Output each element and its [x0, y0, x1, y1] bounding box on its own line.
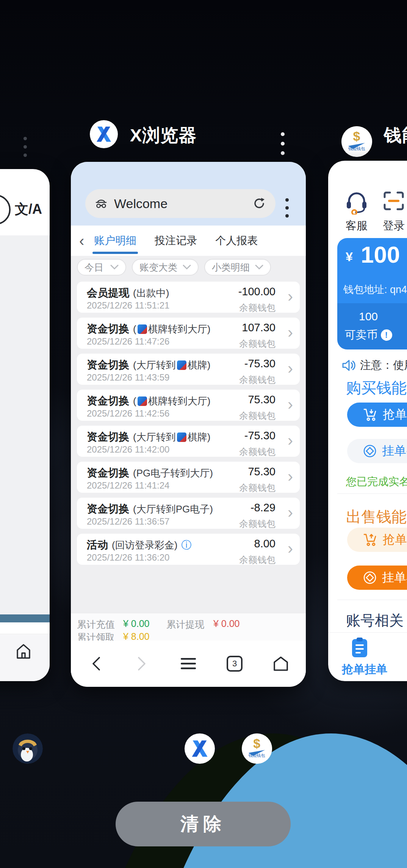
- diamond-circle-icon: [363, 571, 377, 584]
- address-bar-text: Welcome: [114, 196, 252, 211]
- chevron-right-icon: ›: [288, 360, 293, 376]
- ky-qipai-logo-icon: [138, 324, 147, 334]
- transaction-row[interactable]: 会员提现 (出款中) 2025/12/26 11:51:21 -100.00 余…: [77, 282, 300, 313]
- scan-login-icon: [382, 190, 406, 215]
- transaction-wallet-label: 余额钱包: [239, 554, 276, 566]
- transaction-amount: -100.00: [238, 285, 276, 298]
- nav-forward-button[interactable]: [130, 652, 154, 676]
- order-clipboard-icon[interactable]: [351, 637, 369, 660]
- wallet-app-card[interactable]: 客服 登录 ¥ 100 钱包地址: qn46cb 100 可卖币!: [328, 161, 407, 681]
- transaction-wallet-label: 余额钱包: [239, 338, 276, 350]
- login-button[interactable]: 登录: [377, 190, 407, 233]
- browser-app-card[interactable]: Welcome ‹ 账户明细 投注记录 个人报表 今日: [71, 162, 306, 687]
- refresh-icon[interactable]: [252, 196, 266, 211]
- grab-sell-button[interactable]: 抢单卖: [347, 528, 407, 552]
- transaction-amount: 75.30: [239, 393, 276, 406]
- transaction-row[interactable]: 资金切换 (大厅转到棋牌) 2025/12/26 11:42:00 -75.30…: [77, 426, 300, 457]
- app-icon-wallet[interactable]: $ 钱能钱包: [242, 733, 272, 764]
- nav-tabs-button[interactable]: 3: [222, 652, 247, 676]
- cart-down-icon: [363, 408, 377, 421]
- transaction-row[interactable]: 资金切换 (棋牌转到大厅) 2025/12/26 11:47:26 107.30…: [77, 318, 300, 349]
- transaction-title: 会员提现: [87, 286, 129, 300]
- browser-toolbar: Welcome: [71, 162, 306, 226]
- filter-date-dropdown[interactable]: 今日: [77, 259, 126, 276]
- transaction-subtitle: (棋牌转到大厅): [133, 323, 210, 336]
- transaction-subtitle: (大厅转到棋牌): [133, 431, 210, 444]
- post-buy-button[interactable]: 挂单买: [347, 439, 407, 463]
- x-browser-app-icon[interactable]: [90, 120, 118, 148]
- post-sell-button[interactable]: 挂单卖: [347, 566, 407, 590]
- transaction-subtitle: (大厅转到棋牌): [133, 359, 210, 372]
- page-back-icon[interactable]: ‹: [79, 233, 84, 248]
- customer-service-button[interactable]: 客服: [340, 190, 374, 233]
- transaction-row[interactable]: 资金切换 (大厅转到PG电子) 2025/12/26 11:36:57 -8.2…: [77, 498, 300, 529]
- transaction-row[interactable]: 资金切换 (大厅转到棋牌) 2025/12/26 11:43:59 -75.30…: [77, 354, 300, 385]
- account-section-title: 账号相关: [346, 611, 404, 630]
- browser-nav-bar: 3: [71, 641, 306, 687]
- transaction-subtitle: (棋牌转到大厅): [133, 395, 210, 408]
- currency-symbol: ¥: [346, 249, 353, 264]
- page-tab-bar: ‹ 账户明细 投注记录 个人报表: [71, 226, 306, 256]
- transaction-amount: 107.30: [239, 321, 276, 334]
- svg-text:钱能钱包: 钱能钱包: [348, 146, 365, 151]
- circle-avatar-outline: [0, 194, 11, 225]
- svg-text:$: $: [353, 129, 360, 143]
- svg-text:钱能钱包: 钱能钱包: [248, 753, 266, 758]
- left-card-content: [0, 235, 50, 614]
- transaction-title: 资金切换: [87, 430, 129, 444]
- exclamation-icon[interactable]: !: [381, 329, 392, 341]
- center-app-title: X浏览器: [130, 124, 197, 147]
- transaction-amount: -8.29: [239, 501, 276, 514]
- home-icon[interactable]: [15, 643, 32, 661]
- tab-personal-report[interactable]: 个人报表: [215, 227, 258, 255]
- right-app-title: 钱能: [384, 124, 407, 147]
- transaction-row[interactable]: 资金切换 (PG电子转到大厅) 2025/12/26 11:41:24 75.3…: [77, 462, 300, 493]
- transaction-title: 资金切换: [87, 502, 129, 516]
- app-icon-penguin-game[interactable]: [13, 733, 43, 764]
- nav-menu-button[interactable]: [176, 652, 200, 676]
- transaction-wallet-label: 余额钱包: [239, 482, 276, 494]
- wallet-logo-icon: $ 钱能钱包: [341, 126, 372, 157]
- nav-back-button[interactable]: [84, 652, 108, 676]
- notice-text: 注意：使用前请仔: [360, 358, 407, 373]
- x-browser-logo-icon: [90, 120, 118, 148]
- translate-icon[interactable]: 文/A: [15, 200, 42, 219]
- clear-all-button[interactable]: 清除: [116, 802, 291, 846]
- app-switcher-screen: X浏览器 $ 钱能钱包 钱能 文/A: [0, 0, 407, 868]
- summary-bar: 累计充值 ¥ 0.00 累计提现 ¥ 0.00 累计领取 ¥ 8.00: [71, 613, 306, 641]
- divider: [328, 632, 407, 633]
- transaction-wallet-label: 余额钱包: [239, 446, 276, 458]
- divider: [337, 494, 407, 494]
- balance-panel[interactable]: ¥ 100 钱包地址: qn46cb 100 可卖币!: [337, 238, 407, 349]
- app-icon-x-browser[interactable]: [185, 733, 215, 764]
- sellable-coin-stat[interactable]: 100 可卖币!: [337, 310, 399, 343]
- grab-buy-button[interactable]: 抢单买: [347, 403, 407, 427]
- filter-detail-dropdown[interactable]: 小类明细: [204, 259, 271, 276]
- browser-menu-icon[interactable]: [285, 194, 289, 222]
- transaction-subtitle: (回访登录彩金): [112, 539, 177, 552]
- left-card-menu-icon[interactable]: [23, 132, 27, 162]
- transaction-amount: 75.30: [239, 465, 276, 478]
- left-card-blue-bar: [0, 614, 50, 622]
- chevron-right-icon: ›: [288, 324, 293, 340]
- notice-banner: 注意：使用前请仔: [342, 358, 407, 373]
- ky-qipai-logo-icon: [177, 360, 186, 370]
- tab-account-detail[interactable]: 账户明细: [94, 227, 136, 255]
- summary-deposit-value: ¥ 0.00: [123, 618, 150, 629]
- filter-category-dropdown[interactable]: 账变大类: [132, 259, 199, 276]
- center-card-menu-icon[interactable]: [281, 127, 285, 161]
- transaction-row[interactable]: 活动 (回访登录彩金) ⓘ 2025/12/26 11:36:20 8.00 余…: [77, 534, 300, 565]
- wallet-app-icon[interactable]: $ 钱能钱包: [341, 126, 372, 157]
- nav-home-button[interactable]: [269, 652, 293, 676]
- left-app-card[interactable]: 文/A: [0, 169, 50, 681]
- transaction-wallet-label: 余额钱包: [239, 518, 276, 530]
- info-icon[interactable]: ⓘ: [181, 540, 191, 550]
- chevron-right-icon: ›: [288, 432, 293, 448]
- tab-bet-record[interactable]: 投注记录: [155, 227, 197, 255]
- grab-post-order-item[interactable]: 抢单挂单: [342, 662, 387, 677]
- chevron-right-icon: ›: [288, 505, 293, 520]
- chevron-right-icon: ›: [288, 396, 293, 412]
- speaker-icon: [342, 359, 355, 372]
- address-bar[interactable]: Welcome: [85, 189, 276, 218]
- transaction-row[interactable]: 资金切换 (棋牌转到大厅) 2025/12/26 11:42:56 75.30 …: [77, 390, 300, 421]
